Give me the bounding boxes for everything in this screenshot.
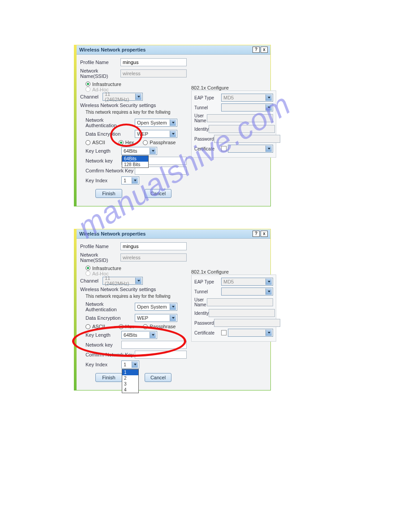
username-label: User Name	[194, 297, 207, 307]
security-note: This network requires a key for the foll…	[86, 294, 187, 299]
profile-name-input[interactable]	[120, 242, 187, 250]
channel-select: 11 (2462MHz)	[103, 277, 143, 285]
username-input	[207, 298, 273, 306]
ssid-label: Network Name(SSID)	[80, 252, 120, 263]
keylen-select[interactable]: 64Bits	[121, 331, 157, 339]
ssid-input	[120, 69, 187, 77]
auth-label: Network Authentication	[86, 301, 135, 312]
keylen-value: 64Bits	[124, 332, 137, 338]
keylen-select[interactable]: 64Bits 64Bits 128 Bits	[121, 147, 157, 155]
radio-passphrase[interactable]: Passphrase	[143, 140, 176, 145]
channel-label: Channel	[80, 278, 103, 283]
auth-select[interactable]: Open System	[135, 119, 177, 127]
cfg-title: 802.1x Configure	[191, 85, 276, 90]
identity-input	[209, 309, 275, 317]
keyidx-opt-2[interactable]: 2	[122, 375, 138, 381]
profile-name-input[interactable]	[120, 58, 187, 66]
chevron-down-icon	[132, 361, 138, 368]
close-button[interactable]: x	[261, 231, 268, 237]
auth-value: Open System	[137, 304, 167, 309]
channel-select: 11 (2462MHz)	[103, 93, 143, 101]
eap-value: MD5	[223, 279, 234, 284]
chevron-down-icon	[265, 104, 272, 111]
chevron-down-icon	[265, 330, 272, 336]
identity-input	[209, 125, 275, 133]
auth-value: Open System	[137, 120, 167, 125]
radio-infrastructure[interactable]: Infrastructure	[86, 266, 121, 271]
passphrase-label: Passphrase	[150, 324, 176, 329]
chevron-down-icon	[265, 94, 272, 101]
confirmkey-label: Comfirm Network Key	[86, 352, 135, 357]
help-button[interactable]: ?	[253, 231, 260, 237]
keyindex-select[interactable]: 1 1 2 3 4	[121, 360, 139, 369]
ascii-label: ASCII	[92, 324, 105, 329]
close-button[interactable]: x	[261, 47, 268, 53]
netkey-label: Network key	[86, 342, 121, 348]
keylen-opt-64[interactable]: 64Bits	[122, 156, 148, 162]
enc-value: WEP	[137, 131, 148, 137]
chevron-down-icon	[265, 279, 272, 285]
cert-select	[228, 145, 273, 153]
tunnel-select	[221, 287, 273, 296]
chevron-down-icon	[135, 278, 141, 284]
radio-passphrase[interactable]: Passphrase	[143, 324, 176, 329]
password-input	[214, 135, 280, 143]
enc-select[interactable]: WEP	[135, 130, 177, 138]
enc-label: Data Encryption	[86, 131, 135, 137]
chevron-down-icon	[150, 148, 156, 154]
eap-label: EAP Type	[194, 95, 221, 100]
profile-name-label: Profile Name	[80, 60, 120, 65]
cert-label: Certificate	[194, 146, 221, 151]
keyidx-value: 1	[124, 178, 126, 183]
radio-ascii[interactable]: ASCII	[86, 324, 105, 329]
titlebar: Wireless Network properties ? x	[77, 229, 270, 239]
auth-label: Network Authentication	[86, 117, 135, 128]
hex-label: Hex	[125, 324, 134, 329]
dialog-wireless-2: Wireless Network properties ? x Profile …	[74, 229, 271, 390]
auth-select[interactable]: Open System	[135, 303, 177, 311]
radio-ascii[interactable]: ASCII	[86, 140, 105, 145]
chevron-down-icon	[170, 131, 176, 137]
keylen-opt-128[interactable]: 128 Bits	[122, 162, 148, 167]
keylen-value: 64Bits	[124, 148, 137, 154]
keylen-label: Key Length	[86, 148, 121, 154]
chevron-down-icon	[170, 120, 176, 126]
chevron-down-icon	[150, 332, 156, 338]
enc-value: WEP	[137, 315, 148, 321]
radio-infra-label: Infrastructure	[92, 82, 121, 87]
eap-label: EAP Type	[194, 279, 221, 284]
keyidx-label: Key Index	[86, 178, 121, 183]
eap-select: MD5	[221, 94, 273, 102]
eap-value: MD5	[223, 95, 234, 100]
cancel-button[interactable]: Cancel	[145, 189, 171, 198]
radio-hex[interactable]: Hex	[119, 140, 134, 145]
radio-hex[interactable]: Hex	[119, 324, 134, 329]
ssid-input	[120, 253, 187, 262]
cancel-button[interactable]: Cancel	[145, 373, 171, 382]
confirmkey-input[interactable]	[135, 351, 187, 359]
netkey-input[interactable]	[121, 341, 187, 349]
keyidx-opt-3[interactable]: 3	[122, 381, 138, 387]
keylen-dropdown: 64Bits 128 Bits	[122, 155, 149, 168]
keyidx-opt-1[interactable]: 1	[122, 369, 138, 375]
radio-infrastructure[interactable]: Infrastructure	[86, 82, 121, 87]
help-button[interactable]: ?	[253, 47, 260, 53]
netkey-label: Network key	[86, 158, 121, 163]
enc-select[interactable]: WEP	[135, 314, 177, 322]
security-note: This network requires a key for the foll…	[86, 110, 187, 115]
channel-value: 11 (2462MHz)	[105, 275, 135, 286]
keyidx-value: 1	[124, 362, 126, 367]
tunnel-label: Tunnel	[194, 105, 221, 110]
security-settings-title: Wireless Network Security settings	[80, 103, 187, 108]
cert-checkbox	[221, 330, 227, 335]
titlebar: Wireless Network properties ? x	[77, 45, 270, 55]
keyindex-dropdown: 1 2 3 4	[122, 369, 139, 393]
chevron-down-icon	[170, 315, 176, 321]
username-input	[207, 114, 273, 122]
finish-button[interactable]: Finish	[95, 373, 122, 382]
keyidx-opt-4[interactable]: 4	[122, 387, 138, 393]
eap-select: MD5	[221, 278, 273, 286]
keyindex-select[interactable]: 1	[121, 176, 139, 184]
finish-button[interactable]: Finish	[95, 189, 122, 198]
keylen-label: Key Length	[86, 332, 121, 338]
